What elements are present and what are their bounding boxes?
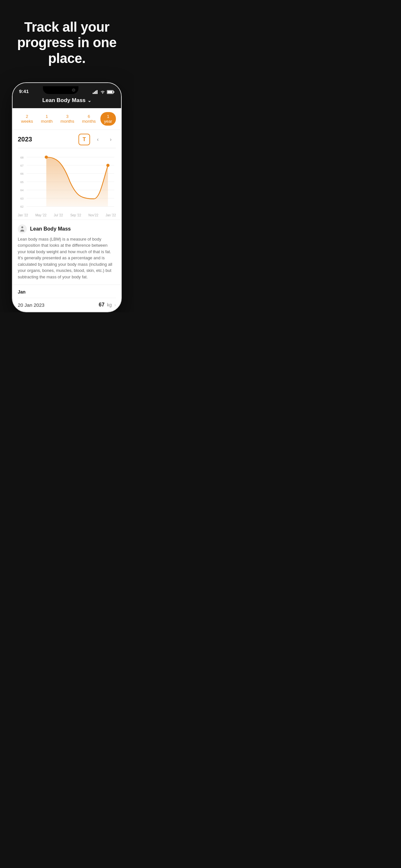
svg-text:63: 63 — [20, 197, 24, 200]
status-time: 9:41 — [19, 89, 29, 94]
app-header: Lean Body Mass ⌄ — [12, 94, 121, 108]
chart-header: 2023 T ‹ › — [12, 130, 121, 148]
chart-svg: 68 67 66 65 64 63 62 — [16, 151, 118, 212]
svg-rect-6 — [114, 91, 115, 93]
svg-rect-0 — [93, 93, 94, 94]
svg-text:66: 66 — [20, 172, 24, 175]
data-value-row: 67 kg › — [99, 302, 116, 308]
wifi-icon — [100, 90, 105, 94]
app-title-text: Lean Body Mass — [42, 97, 86, 104]
x-label-jan22-end: Jan '22 — [105, 213, 116, 217]
data-date: 20 Jan 2023 — [18, 302, 44, 308]
chart-table-button[interactable]: T — [79, 134, 90, 145]
svg-rect-3 — [96, 90, 97, 94]
chart-prev-button[interactable]: ‹ — [93, 134, 103, 145]
x-label-jul22: Jul '22 — [54, 213, 63, 217]
svg-point-4 — [102, 93, 103, 94]
chart-point-end — [106, 164, 110, 167]
phone-mockup: 9:41 — [12, 82, 122, 313]
battery-icon — [107, 90, 115, 94]
svg-rect-1 — [94, 92, 95, 94]
filter-2weeks[interactable]: 2 weeks — [18, 112, 36, 126]
svg-text:68: 68 — [20, 156, 24, 159]
phone-top-bar: 9:41 — [12, 83, 121, 108]
data-month-label: Jan — [18, 289, 116, 294]
chart-controls: T ‹ › — [79, 134, 116, 145]
data-value: 67 — [99, 302, 104, 308]
hero-section: Track all your progress in one place. — [0, 0, 134, 82]
svg-text:65: 65 — [20, 181, 24, 184]
svg-text:64: 64 — [20, 189, 24, 192]
table-row[interactable]: 20 Jan 2023 67 kg › — [18, 298, 116, 312]
filter-1year[interactable]: 1 year — [100, 112, 116, 126]
hero-title: Track all your progress in one place. — [13, 20, 121, 66]
phone-content: 2 weeks 1 month 3 months 6 months 1 year… — [12, 108, 121, 312]
chart-area: 68 67 66 65 64 63 62 — [12, 148, 121, 213]
svg-text:67: 67 — [20, 164, 24, 167]
data-unit: kg — [107, 302, 112, 307]
svg-rect-7 — [107, 91, 113, 93]
filter-6months[interactable]: 6 months — [79, 112, 99, 126]
svg-text:62: 62 — [20, 205, 24, 208]
info-header: Lean Body Mass — [18, 224, 116, 234]
chart-x-labels: Jan '22 May '22 Jul '22 Sep '22 Nov'22 J… — [12, 213, 121, 220]
time-filter-bar: 2 weeks 1 month 3 months 6 months 1 year — [12, 108, 121, 130]
data-section: Jan 20 Jan 2023 67 kg › — [12, 284, 121, 312]
info-title: Lean Body Mass — [30, 226, 71, 232]
info-section: Lean Body Mass Lean body mass (LBM) is a… — [12, 220, 121, 285]
chart-year: 2023 — [18, 135, 32, 143]
filter-3months[interactable]: 3 months — [57, 112, 78, 126]
chart-next-button[interactable]: › — [105, 134, 116, 145]
svg-point-22 — [21, 226, 23, 228]
x-label-jan22-start: Jan '22 — [18, 213, 28, 217]
x-label-nov22: Nov'22 — [89, 213, 98, 217]
filter-1month[interactable]: 1 month — [37, 112, 56, 126]
x-label-may22: May '22 — [35, 213, 47, 217]
status-icons — [93, 90, 115, 94]
chart-point-start — [44, 156, 48, 159]
svg-rect-2 — [95, 91, 96, 94]
header-chevron-down[interactable]: ⌄ — [88, 98, 91, 103]
row-chevron-right: › — [114, 302, 116, 307]
app-header-title: Lean Body Mass ⌄ — [19, 97, 115, 104]
x-label-sep22: Sep '22 — [70, 213, 81, 217]
info-description: Lean body mass (LBM) is a measure of bod… — [18, 236, 116, 280]
signal-icon — [93, 90, 98, 94]
lean-body-mass-icon — [18, 224, 27, 234]
